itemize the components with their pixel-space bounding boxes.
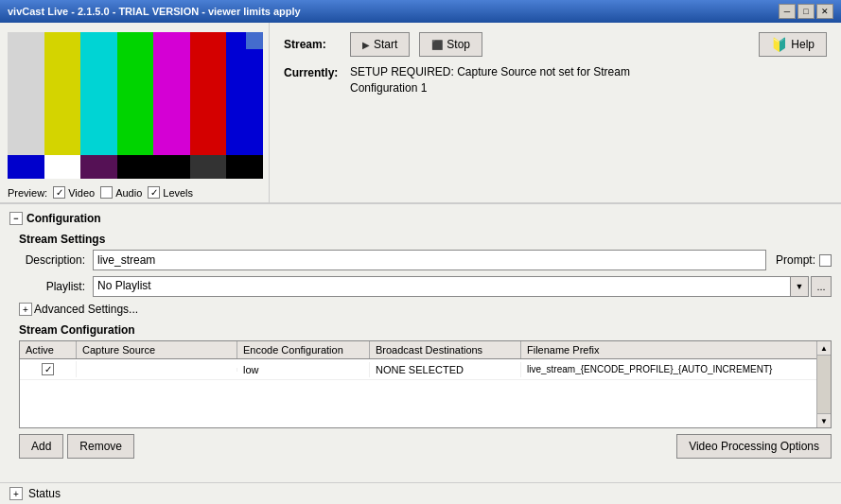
stream-config-table: Active Capture Source Encode Configurati… xyxy=(19,340,832,428)
bar-b6 xyxy=(190,155,227,179)
configuration-form: Stream Settings Description: Prompt: Pla… xyxy=(19,233,832,459)
td-broadcast: NONE SELECTED xyxy=(370,362,521,377)
start-button[interactable]: Start xyxy=(350,32,410,57)
bar-yellow xyxy=(44,32,81,155)
td-encode: low xyxy=(237,362,370,377)
status-collapse-icon[interactable]: + xyxy=(9,487,23,500)
start-label: Start xyxy=(374,38,397,51)
playlist-label: Playlist: xyxy=(19,280,85,293)
td-active xyxy=(20,361,77,377)
status-bar: + Status xyxy=(0,482,841,504)
th-filename: Filename Prefix xyxy=(521,341,831,358)
bar-green xyxy=(117,32,154,155)
preview-corner-indicator xyxy=(246,32,263,49)
video-checkbox[interactable] xyxy=(53,186,65,199)
configuration-label: Configuration xyxy=(26,212,101,225)
configuration-collapse-btn[interactable]: − xyxy=(9,212,23,225)
playlist-ellipsis-btn[interactable]: ... xyxy=(811,276,832,297)
preview-controls: Preview: Video Audio Levels xyxy=(0,182,269,202)
row-active-checkbox[interactable] xyxy=(42,363,54,375)
currently-row: Currently: SETUP REQUIRED: Capture Sourc… xyxy=(284,64,827,96)
td-capture xyxy=(77,368,237,372)
table-row[interactable]: low NONE SELECTED live_stream_{ENCODE_PR… xyxy=(20,359,831,380)
right-panel: Stream: Start Stop 🔰 Help Currently: SET… xyxy=(270,23,841,202)
play-icon xyxy=(362,38,370,51)
video-processing-label: Video Processing Options xyxy=(689,440,819,453)
stream-row: Stream: Start Stop 🔰 Help xyxy=(284,32,827,57)
bar-b2 xyxy=(44,155,81,179)
bar-cyan xyxy=(80,32,117,155)
currently-label: Currently: xyxy=(284,64,341,79)
table-header: Active Capture Source Encode Configurati… xyxy=(20,341,831,359)
bar-b1 xyxy=(8,155,44,179)
help-label: Help xyxy=(791,38,815,51)
levels-label: Levels xyxy=(163,187,193,199)
bar-white xyxy=(8,32,44,155)
window-controls: ─ □ ✕ xyxy=(779,4,833,19)
minimize-button[interactable]: ─ xyxy=(779,4,796,19)
bottom-buttons: Add Remove Video Processing Options xyxy=(19,434,832,459)
color-bars xyxy=(8,32,263,155)
th-encode: Encode Configuration xyxy=(237,341,370,358)
currently-line2: Configuration 1 xyxy=(350,80,630,96)
video-processing-button[interactable]: Video Processing Options xyxy=(676,434,832,459)
preview-levels-check[interactable]: Levels xyxy=(148,186,193,199)
bar-b3 xyxy=(80,155,117,179)
playlist-value: No Playlist xyxy=(93,276,790,297)
preview-panel: Preview: Video Audio Levels xyxy=(0,23,270,202)
maximize-button[interactable]: □ xyxy=(797,4,815,19)
levels-checkbox[interactable] xyxy=(148,186,160,199)
preview-video xyxy=(8,32,263,179)
stop-icon xyxy=(431,38,443,51)
audio-checkbox[interactable] xyxy=(100,186,113,199)
stream-config-label: Stream Configuration xyxy=(19,323,832,337)
bar-blue xyxy=(226,32,263,155)
currently-text: SETUP REQUIRED: Capture Source not set f… xyxy=(350,64,630,96)
advanced-label: Advanced Settings... xyxy=(34,303,138,316)
currently-line1: SETUP REQUIRED: Capture Source not set f… xyxy=(350,64,630,80)
preview-video-check[interactable]: Video xyxy=(53,186,95,199)
description-input[interactable] xyxy=(93,250,766,270)
bar-b5 xyxy=(153,155,190,179)
close-button[interactable]: ✕ xyxy=(816,4,833,19)
top-area: Preview: Video Audio Levels Stream: xyxy=(0,23,841,203)
description-right: Prompt: xyxy=(93,250,832,270)
window-title: vivCast Live - 2.1.5.0 - TRIAL VERSION -… xyxy=(8,6,301,17)
description-label: Description: xyxy=(19,253,85,267)
description-row: Description: Prompt: xyxy=(19,250,832,270)
bar-magenta xyxy=(153,32,190,155)
table-empty-area xyxy=(20,380,831,427)
stream-settings-title: Stream Settings xyxy=(19,233,832,246)
status-label: Status xyxy=(28,487,61,500)
bar-b4 xyxy=(117,155,154,179)
add-button[interactable]: Add xyxy=(19,434,63,459)
scroll-track xyxy=(817,356,831,413)
audio-label: Audio xyxy=(115,187,142,199)
add-label: Add xyxy=(31,440,51,453)
td-filename: live_stream_{ENCODE_PROFILE}_{AUTO_INCRE… xyxy=(521,362,831,376)
th-active: Active xyxy=(20,341,77,358)
scroll-down-arrow[interactable]: ▼ xyxy=(817,413,831,427)
playlist-row: Playlist: No Playlist ▼ ... xyxy=(19,276,832,297)
video-label: Video xyxy=(68,187,95,199)
table-scrollbar: ▲ ▼ xyxy=(816,341,831,427)
th-capture: Capture Source xyxy=(77,341,237,358)
scroll-up-arrow[interactable]: ▲ xyxy=(817,341,831,356)
stream-label: Stream: xyxy=(284,38,341,51)
left-buttons: Add Remove xyxy=(19,434,134,459)
preview-label: Preview: xyxy=(8,187,47,199)
preview-audio-check[interactable]: Audio xyxy=(100,186,142,199)
help-icon: 🔰 xyxy=(771,37,787,52)
stop-button[interactable]: Stop xyxy=(419,32,482,57)
configuration-section-header: − Configuration xyxy=(9,212,832,225)
title-bar: vivCast Live - 2.1.5.0 - TRIAL VERSION -… xyxy=(0,0,841,23)
prompt-checkbox[interactable] xyxy=(819,254,832,267)
help-button[interactable]: 🔰 Help xyxy=(759,32,827,57)
remove-button[interactable]: Remove xyxy=(67,434,134,459)
advanced-plus-icon: + xyxy=(19,303,32,316)
color-bars-bottom xyxy=(8,155,263,179)
stop-label: Stop xyxy=(447,38,470,51)
playlist-dropdown-arrow[interactable]: ▼ xyxy=(790,276,809,297)
bar-b7 xyxy=(226,155,263,179)
advanced-settings-link[interactable]: + Advanced Settings... xyxy=(19,303,832,316)
